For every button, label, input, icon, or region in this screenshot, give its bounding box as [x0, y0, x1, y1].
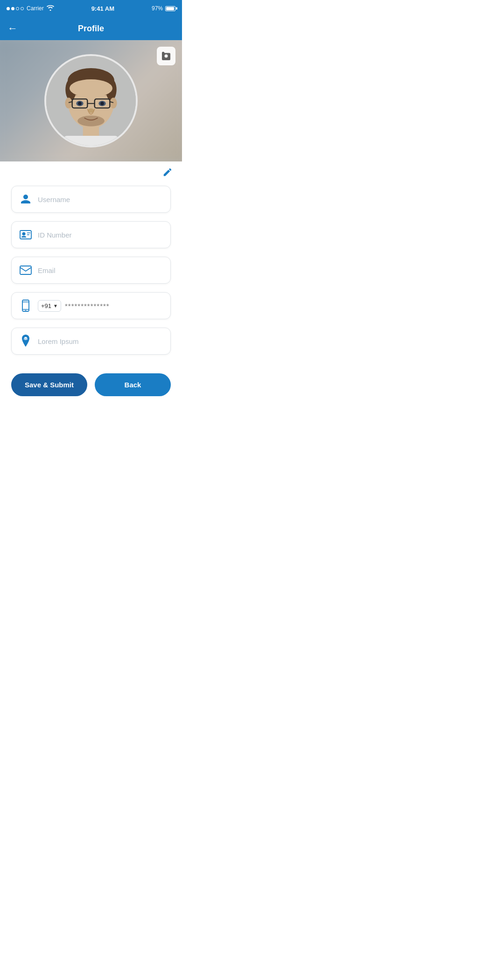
- username-input[interactable]: [38, 196, 163, 203]
- battery-fill: [166, 7, 174, 10]
- svg-point-21: [77, 116, 105, 126]
- id-number-input[interactable]: [38, 231, 163, 239]
- map-pin-icon: [21, 335, 31, 348]
- user-icon: [19, 193, 32, 206]
- back-nav-button[interactable]: ←: [7, 22, 21, 35]
- profile-header: [0, 40, 182, 161]
- battery-icon: [165, 6, 175, 11]
- save-submit-button[interactable]: Save & Submit: [11, 373, 87, 396]
- email-input[interactable]: [38, 266, 163, 274]
- avatar[interactable]: [44, 54, 138, 147]
- camera-button[interactable]: [157, 47, 175, 65]
- dropdown-arrow-icon: ▼: [53, 303, 58, 308]
- status-right: 97%: [152, 5, 175, 12]
- country-code-value: +91: [41, 302, 51, 309]
- phone-input[interactable]: [65, 302, 163, 310]
- edit-section: [0, 161, 182, 182]
- svg-point-19: [100, 102, 104, 105]
- avatar-image: [46, 56, 136, 146]
- id-field-row: [11, 221, 171, 248]
- signal-dot-3: [16, 7, 19, 10]
- status-left: Carrier: [7, 5, 54, 12]
- phone-field-row: +91 ▼: [11, 292, 171, 319]
- location-icon: [19, 335, 32, 348]
- page-title: Profile: [21, 24, 161, 34]
- person-icon: [20, 194, 31, 205]
- edit-button[interactable]: [162, 167, 173, 180]
- svg-point-18: [78, 102, 82, 105]
- address-input[interactable]: [38, 337, 163, 345]
- email-field-row: [11, 257, 171, 284]
- status-bar: Carrier 9:41 AM 97%: [0, 0, 182, 17]
- signal-dot-2: [11, 7, 14, 10]
- phone-icon: [19, 299, 32, 312]
- email-icon: [19, 264, 32, 277]
- svg-point-31: [25, 310, 26, 311]
- camera-icon: [161, 50, 172, 62]
- address-field-row: [11, 328, 171, 355]
- buttons-section: Save & Submit Back: [0, 364, 182, 410]
- battery-percent: 97%: [152, 5, 163, 12]
- signal-dot-1: [7, 7, 10, 10]
- svg-rect-23: [20, 231, 31, 239]
- wifi-icon: [47, 5, 54, 12]
- carrier-label: Carrier: [27, 5, 44, 12]
- signal-dot-4: [21, 7, 24, 10]
- status-time: 9:41 AM: [91, 5, 114, 12]
- svg-point-9: [65, 98, 72, 108]
- id-card-icon: [20, 230, 32, 240]
- svg-point-24: [22, 232, 26, 236]
- mobile-phone-icon: [21, 300, 30, 312]
- id-icon: [19, 228, 32, 241]
- signal-dots: [7, 7, 24, 10]
- pencil-icon: [162, 167, 173, 177]
- username-field-row: [11, 186, 171, 213]
- svg-point-8: [70, 79, 112, 97]
- svg-point-10: [110, 98, 117, 108]
- country-code-selector[interactable]: +91 ▼: [38, 300, 61, 312]
- form-section: +91 ▼: [0, 182, 182, 364]
- nav-bar: ← Profile: [0, 17, 182, 40]
- phone-row: +91 ▼: [38, 300, 163, 312]
- back-button[interactable]: Back: [95, 373, 171, 396]
- envelope-icon: [20, 266, 32, 275]
- svg-rect-27: [20, 266, 31, 274]
